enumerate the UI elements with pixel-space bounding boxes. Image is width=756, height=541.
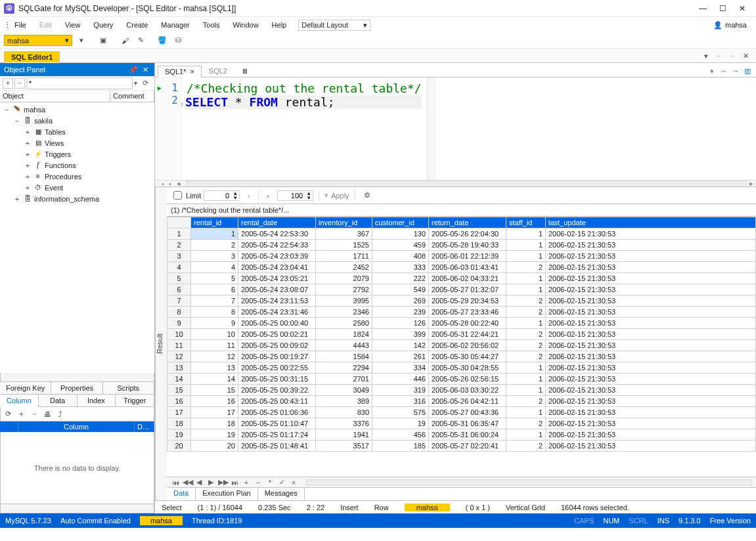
cell[interactable]: 2006-02-15 21:30:53 xyxy=(546,407,756,418)
tab-trigger[interactable]: Trigger xyxy=(115,394,154,407)
export-icon[interactable]: ⤴ xyxy=(55,408,66,420)
refresh-icon[interactable]: ⟳ xyxy=(2,408,14,420)
databases-icon[interactable]: ⛁ xyxy=(171,34,185,47)
cell[interactable]: 549 xyxy=(372,284,429,295)
cell[interactable]: 130 xyxy=(372,228,429,240)
cell[interactable]: 9 xyxy=(191,318,238,329)
status-vertical-grid[interactable]: Vertical Grid xyxy=(506,504,545,511)
table-row[interactable]: 11112005-05-25 00:09:0244431422005-06-02… xyxy=(167,340,756,351)
cell[interactable]: 2005-05-27 02:20:41 xyxy=(429,441,506,452)
cell[interactable]: 1 xyxy=(506,240,546,251)
cell[interactable]: 10 xyxy=(191,329,238,340)
row-header[interactable]: 4 xyxy=(167,262,191,273)
row-header[interactable]: 20 xyxy=(167,441,191,452)
cell[interactable]: 2005-05-28 00:22:40 xyxy=(429,318,506,329)
table-row[interactable]: 19192005-05-25 01:17:2419414562005-05-31… xyxy=(167,429,756,441)
cell[interactable]: 2006-02-15 21:30:53 xyxy=(546,318,756,329)
connection-select[interactable]: mahsa ▾ xyxy=(4,35,72,46)
cell[interactable]: 1 xyxy=(506,407,546,418)
cell[interactable]: 239 xyxy=(372,307,429,318)
page-next-icon[interactable]: › xyxy=(261,189,275,202)
cell[interactable]: 222 xyxy=(372,273,429,284)
col-last_update[interactable]: last_update xyxy=(546,217,756,228)
col-staff_id[interactable]: staff_id xyxy=(506,217,546,228)
cell[interactable]: 5 xyxy=(191,273,238,284)
cell[interactable]: 2006-02-15 21:30:53 xyxy=(546,351,756,362)
row-header[interactable]: 12 xyxy=(167,351,191,362)
tree-node-connection[interactable]: −🪶mahsa xyxy=(0,104,154,115)
cell[interactable]: 17 xyxy=(191,407,238,418)
spinner-icon[interactable]: ▲▼ xyxy=(233,191,238,200)
cell[interactable]: 2005-05-27 01:32:07 xyxy=(429,284,506,295)
run-arrow-icon[interactable]: ▸ xyxy=(156,81,163,94)
cell[interactable]: 2005-05-25 01:06:36 xyxy=(238,407,316,418)
result-grid[interactable]: rental_idrental_dateinventory_idcustomer… xyxy=(167,217,756,477)
cell[interactable]: 2005-05-27 00:43:36 xyxy=(429,407,506,418)
row-header[interactable]: 18 xyxy=(167,418,191,429)
result-tab-execplan[interactable]: Execution Plan xyxy=(196,488,257,500)
cell[interactable]: 185 xyxy=(372,441,429,452)
tree-node-procedures[interactable]: +≡Procedures xyxy=(0,171,154,182)
run-icon[interactable]: ▣ xyxy=(97,34,110,47)
cell[interactable]: 16 xyxy=(191,396,238,407)
cell[interactable]: 2005-06-02 04:33:21 xyxy=(429,273,506,284)
nav-commit-icon[interactable]: ✓ xyxy=(277,478,286,487)
row-header[interactable]: 19 xyxy=(167,429,191,441)
table-row[interactable]: 14142005-05-25 00:31:1527014462005-05-26… xyxy=(167,374,756,385)
cell[interactable]: 2005-05-24 23:04:41 xyxy=(238,262,316,273)
cell[interactable]: 2006-02-15 21:30:53 xyxy=(546,228,756,240)
cell[interactable]: 2079 xyxy=(316,273,372,284)
cell[interactable]: 261 xyxy=(372,351,429,362)
cell[interactable]: 2005-06-03 01:43:41 xyxy=(429,262,506,273)
cell[interactable]: 2294 xyxy=(316,362,372,374)
cell[interactable]: 2006-02-15 21:30:53 xyxy=(546,396,756,407)
nav-remove-icon[interactable]: − xyxy=(254,479,263,487)
apply-button[interactable]: Apply xyxy=(331,192,349,200)
object-tree-scrollbar[interactable] xyxy=(0,373,154,382)
col-rental_id[interactable]: rental_id xyxy=(191,217,238,228)
menu-manager[interactable]: Manager xyxy=(154,19,196,31)
cell[interactable]: 2 xyxy=(506,340,546,351)
cell[interactable]: 14 xyxy=(191,374,238,385)
col-return_date[interactable]: return_date xyxy=(429,217,506,228)
tab-index[interactable]: Index xyxy=(77,394,116,407)
menu-window[interactable]: Window xyxy=(226,19,265,31)
editor-resize-handle[interactable]: • • ◂ ▸ xyxy=(155,180,756,186)
menu-file[interactable]: File xyxy=(8,19,33,31)
cell[interactable]: 3995 xyxy=(316,295,372,307)
cell[interactable]: 2006-02-15 21:30:53 xyxy=(546,385,756,396)
nav-prev-page-icon[interactable]: ◀◀ xyxy=(183,478,192,487)
cell[interactable]: 3049 xyxy=(316,385,372,396)
column-header-d[interactable]: D... xyxy=(135,422,154,432)
cell[interactable]: 2005-05-26 22:04:30 xyxy=(429,228,506,240)
tree-node-functions[interactable]: +ƒFunctions xyxy=(0,160,154,171)
tab-menu-icon[interactable]: ▾ xyxy=(700,49,713,62)
remove-icon[interactable]: － xyxy=(28,408,40,420)
cell[interactable]: 459 xyxy=(372,240,429,251)
new-tab-button[interactable]: 🗎 xyxy=(234,65,256,77)
close-button[interactable]: ✕ xyxy=(732,2,752,15)
dropdown-icon[interactable]: ▾ xyxy=(75,34,88,47)
cell[interactable]: 2005-05-30 04:28:55 xyxy=(429,362,506,374)
cell[interactable]: 2005-05-25 01:17:24 xyxy=(238,429,316,441)
cell[interactable]: 2006-02-15 21:30:53 xyxy=(546,362,756,374)
tab-close-icon[interactable]: ✕ xyxy=(739,49,752,62)
column-grid-scrollbar[interactable] xyxy=(0,504,154,513)
cell[interactable]: 269 xyxy=(372,295,429,307)
cell[interactable]: 2005-05-24 23:31:46 xyxy=(238,307,316,318)
limit-input[interactable] xyxy=(206,191,231,200)
menu-create[interactable]: Create xyxy=(120,19,154,31)
print-icon[interactable]: 🖶 xyxy=(41,408,53,420)
menu-view[interactable]: View xyxy=(58,19,87,31)
row-header[interactable]: 2 xyxy=(167,240,191,251)
tree-node-triggers[interactable]: +⚡Triggers xyxy=(0,148,154,160)
cell[interactable]: 2005-05-24 23:03:39 xyxy=(238,251,316,262)
col-object[interactable]: Object xyxy=(0,91,110,102)
cell[interactable]: 1584 xyxy=(316,351,372,362)
cell[interactable]: 1 xyxy=(506,385,546,396)
editor-scrollbar[interactable] xyxy=(427,77,436,180)
apply-dropdown-icon[interactable]: ▾ xyxy=(324,191,328,200)
cell[interactable]: 2792 xyxy=(316,284,372,295)
page-size-input[interactable] xyxy=(279,191,304,200)
cell[interactable]: 2 xyxy=(506,396,546,407)
